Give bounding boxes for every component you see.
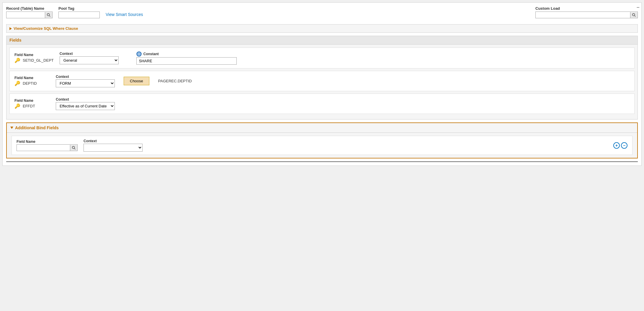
field1-value: SETID_GL_DEPT — [23, 58, 54, 63]
svg-line-8 — [74, 148, 76, 149]
svg-line-1 — [49, 15, 50, 17]
field2-name-block: Field Name 🔑 DEPTID — [14, 76, 50, 86]
field3-value: EFFDT — [23, 104, 35, 108]
svg-point-6 — [138, 53, 140, 55]
sql-section: View/Customize SQL Where Clause — [6, 24, 638, 33]
field1-context-select[interactable]: General FORM Effective as of Current Dat… — [60, 56, 119, 64]
svg-point-7 — [72, 146, 75, 148]
minimize-button[interactable]: − — [636, 4, 640, 11]
additional-context-block: Context General FORM Effective as of Cur… — [84, 139, 143, 152]
custom-load-label: Custom Load — [535, 6, 638, 11]
field3-context-label: Context — [56, 97, 115, 102]
svg-point-0 — [47, 13, 50, 16]
field1-name-block: Field Name 🔑 SETID_GL_DEPT — [14, 53, 54, 63]
record-table-group: Record (Table) Name DEPARTMENT_VW — [6, 6, 53, 18]
field1-context-label: Context — [60, 52, 119, 56]
choose-button[interactable]: Choose — [124, 77, 149, 85]
field2-key-icon: 🔑 — [14, 81, 20, 86]
sql-section-header[interactable]: View/Customize SQL Where Clause — [6, 24, 638, 32]
main-container: − Record (Table) Name DEPARTMENT_VW Pool… — [2, 2, 642, 166]
view-smart-sources-link[interactable]: View Smart Sources — [106, 12, 143, 17]
additional-section-content: Field Name Context — [7, 133, 637, 158]
bottom-bar — [6, 161, 638, 162]
additional-field-name-label: Field Name — [17, 140, 78, 144]
custom-load-input[interactable] — [536, 12, 630, 18]
remove-row-button[interactable]: − — [621, 142, 627, 149]
field-row-1: Field Name 🔑 SETID_GL_DEPT Context Gener… — [9, 48, 635, 68]
additional-section-header[interactable]: Additional Bind Fields — [7, 123, 637, 133]
sql-triangle-icon — [9, 27, 12, 30]
field-row-3: Field Name 🔑 EFFDT Context Effective as … — [9, 94, 635, 114]
field2-name-value: 🔑 DEPTID — [14, 81, 50, 86]
additional-field-input-wrap — [17, 144, 78, 151]
field1-constant-label: Constant — [136, 51, 237, 57]
field-row-2: Field Name 🔑 DEPTID Context FORM General… — [9, 71, 635, 91]
field3-context-select[interactable]: Effective as of Current Date General FOR… — [56, 102, 115, 110]
field2-name-label: Field Name — [14, 76, 50, 80]
fields-section: Fields Field Name 🔑 SETID_GL_DEPT Contex… — [6, 36, 638, 120]
pool-tag-label: Pool Tag — [58, 6, 100, 11]
additional-field-row: Field Name Context — [12, 136, 632, 155]
field1-name-label: Field Name — [14, 53, 54, 57]
svg-point-2 — [632, 13, 635, 16]
additional-field-name-input[interactable] — [17, 145, 70, 151]
additional-context-select[interactable]: General FORM Effective as of Current Dat… — [84, 144, 143, 152]
svg-line-3 — [635, 15, 636, 17]
record-table-input-wrap: DEPARTMENT_VW — [6, 12, 53, 18]
top-bar: Record (Table) Name DEPARTMENT_VW Pool T… — [6, 6, 638, 21]
additional-context-label: Context — [84, 139, 143, 143]
pool-tag-group: Pool Tag AT1_DEPT — [58, 6, 100, 18]
pool-tag-input[interactable]: AT1_DEPT — [58, 12, 100, 18]
field3-key-icon: 🔑 — [14, 103, 20, 109]
custom-load-group: Custom Load — [535, 6, 638, 18]
record-table-label: Record (Table) Name — [6, 6, 53, 11]
sql-section-title: View/Customize SQL Where Clause — [14, 26, 78, 31]
field1-constant-block: Constant — [136, 51, 237, 65]
field2-context-select[interactable]: FORM General Effective as of Current Dat… — [56, 79, 115, 87]
additional-section-title: Additional Bind Fields — [15, 125, 59, 130]
additional-field-search-button[interactable] — [70, 145, 77, 151]
custom-load-search-button[interactable] — [630, 12, 638, 18]
fields-header: Fields — [6, 36, 638, 45]
field1-constant-text: Constant — [143, 52, 159, 56]
field3-context-block: Context Effective as of Current Date Gen… — [56, 97, 115, 110]
field3-name-label: Field Name — [14, 99, 50, 103]
record-table-input[interactable]: DEPARTMENT_VW — [6, 12, 45, 18]
field1-name-value: 🔑 SETID_GL_DEPT — [14, 58, 54, 63]
custom-load-input-wrap — [535, 12, 638, 18]
record-table-search-button[interactable] — [45, 12, 52, 18]
additional-bind-fields-section: Additional Bind Fields Field Name — [6, 122, 638, 158]
field2-context-label: Context — [56, 75, 115, 79]
field2-pagerec-value: PAGEREC.DEPTID — [158, 79, 192, 83]
field2-context-block: Context FORM General Effective as of Cur… — [56, 75, 115, 87]
field3-name-value: 🔑 EFFDT — [14, 103, 50, 109]
field3-name-block: Field Name 🔑 EFFDT — [14, 99, 50, 109]
field1-context-block: Context General FORM Effective as of Cur… — [60, 52, 119, 64]
add-row-button[interactable]: + — [613, 142, 620, 149]
fields-content: Field Name 🔑 SETID_GL_DEPT Context Gener… — [6, 45, 638, 119]
additional-triangle-icon — [10, 127, 13, 129]
additional-field-name-block: Field Name — [17, 140, 78, 151]
field1-constant-input[interactable] — [136, 57, 237, 65]
add-remove-buttons: + − — [613, 142, 627, 149]
constant-circle-icon — [136, 51, 142, 57]
fields-section-title: Fields — [9, 38, 21, 42]
field2-value: DEPTID — [23, 81, 37, 86]
field1-key-icon: 🔑 — [14, 58, 20, 63]
